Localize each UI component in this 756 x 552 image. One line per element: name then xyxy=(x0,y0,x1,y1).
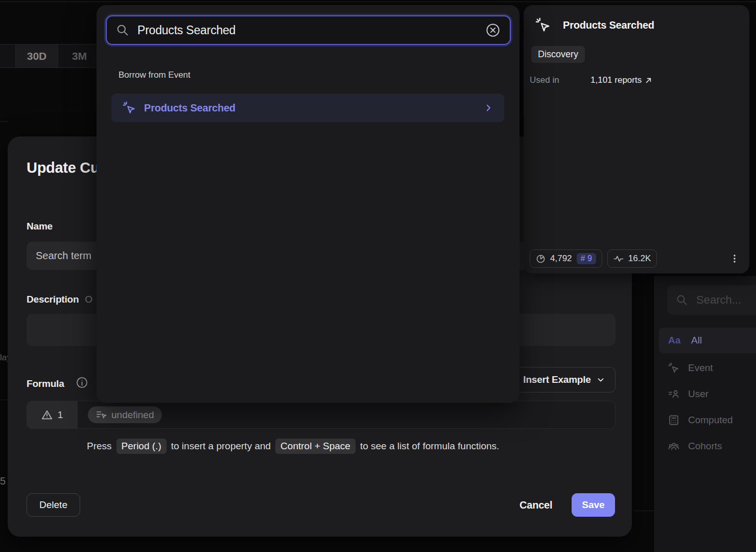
sidebar-item-user[interactable]: User xyxy=(659,381,756,407)
search-result-products-searched[interactable]: Products Searched xyxy=(111,94,504,122)
search-result-label: Products Searched xyxy=(144,102,476,114)
search-input-wrapper xyxy=(106,15,511,45)
list-cursor-icon xyxy=(96,409,107,420)
used-in-label: Used in xyxy=(530,75,590,85)
formula-field: 1 undefined xyxy=(27,401,616,429)
background-number-fragment: 5 xyxy=(0,475,6,487)
time-range-3m[interactable]: 3M xyxy=(58,44,101,67)
search-icon xyxy=(116,24,129,37)
time-range-selector: D 30D 3M xyxy=(0,44,101,68)
sidebar-item-computed[interactable]: Computed xyxy=(659,407,756,433)
formula-hint: Press Period (.) to insert a property an… xyxy=(87,439,499,454)
sidebar-item-all[interactable]: Aa All xyxy=(659,328,756,353)
sidebar-item-label: Computed xyxy=(688,415,733,426)
hint-text: to insert a property and xyxy=(171,441,271,452)
delete-button[interactable]: Delete xyxy=(27,493,80,517)
formula-chip-label: undefined xyxy=(111,409,154,421)
event-icon xyxy=(123,101,136,114)
cancel-button[interactable]: Cancel xyxy=(511,493,560,517)
kebab-icon xyxy=(729,254,740,264)
modal-title: Update Cu xyxy=(27,159,99,176)
more-options-button[interactable] xyxy=(725,250,744,267)
user-icon xyxy=(668,388,679,400)
clear-search-button[interactable] xyxy=(485,22,501,38)
formula-property-chip[interactable]: undefined xyxy=(88,406,162,423)
sidebar-item-label: All xyxy=(691,335,702,346)
hint-text: to see a list of formula functions. xyxy=(360,441,499,452)
background-divider xyxy=(0,2,756,2)
arrow-up-right-icon xyxy=(645,77,652,84)
sidebar-search-placeholder: Search... xyxy=(696,293,741,307)
search-icon xyxy=(676,294,688,306)
kbd-period: Period (.) xyxy=(116,439,167,454)
sidebar-item-label: Cohorts xyxy=(688,441,722,452)
search-input[interactable] xyxy=(137,24,477,37)
event-title: Products Searched xyxy=(563,19,654,31)
computed-icon xyxy=(668,415,679,426)
event-volume: 16.2K xyxy=(628,254,651,264)
time-range-7d[interactable]: D xyxy=(0,44,15,67)
hint-text: Press xyxy=(87,441,112,452)
warning-count: 1 xyxy=(58,409,63,421)
sidebar-item-label: Event xyxy=(688,362,713,374)
sidebar-item-label: User xyxy=(688,388,708,400)
chevron-down-icon xyxy=(596,375,605,384)
activity-icon xyxy=(613,254,624,264)
event-count: 4,792 xyxy=(550,254,572,264)
pie-chart-icon xyxy=(536,254,546,264)
tag-badge: Discovery xyxy=(531,46,585,63)
insert-example-label: Insert Example xyxy=(523,374,590,385)
info-icon[interactable] xyxy=(76,376,88,391)
event-icon xyxy=(535,17,551,33)
used-in-value: 1,101 reports xyxy=(590,75,642,85)
warning-icon xyxy=(41,409,53,421)
close-circle-icon xyxy=(485,22,501,38)
event-volume-pill[interactable]: 16.2K xyxy=(607,249,657,268)
section-header-borrow-from-event: Borrow from Event xyxy=(119,70,191,80)
formula-label: Formula xyxy=(27,378,64,389)
property-type-sidebar: Search... Aa All Event User Computed xyxy=(654,276,756,552)
used-in-reports-link[interactable]: 1,101 reports xyxy=(590,75,652,85)
aa-icon: Aa xyxy=(668,335,682,346)
event-rank-badge: # 9 xyxy=(577,253,596,264)
background-divider xyxy=(0,121,8,122)
background-divider xyxy=(633,511,654,511)
background-divider xyxy=(0,400,8,400)
name-label: Name xyxy=(27,221,53,232)
formula-warning-badge[interactable]: 1 xyxy=(27,401,78,429)
event-count-pill[interactable]: 4,792 # 9 xyxy=(530,249,602,268)
sidebar-search-input[interactable]: Search... xyxy=(667,285,756,315)
insert-example-button[interactable]: Insert Example xyxy=(513,367,616,393)
description-label: Description xyxy=(27,294,79,305)
cohorts-icon xyxy=(668,441,679,452)
save-button[interactable]: Save xyxy=(572,493,615,517)
formula-input[interactable]: undefined xyxy=(78,401,616,429)
property-search-overlay: Borrow from Event Products Searched xyxy=(97,5,519,403)
kbd-control-space: Control + Space xyxy=(275,439,356,454)
time-range-30d[interactable]: 30D xyxy=(15,44,58,67)
chevron-right-icon xyxy=(484,103,493,112)
description-optional-label: O xyxy=(85,294,92,305)
sidebar-item-event[interactable]: Event xyxy=(659,355,756,381)
event-detail-panel: Products Searched Discovery Used in 1,10… xyxy=(524,5,749,273)
event-icon xyxy=(668,362,679,374)
sidebar-item-cohorts[interactable]: Cohorts xyxy=(659,433,756,459)
